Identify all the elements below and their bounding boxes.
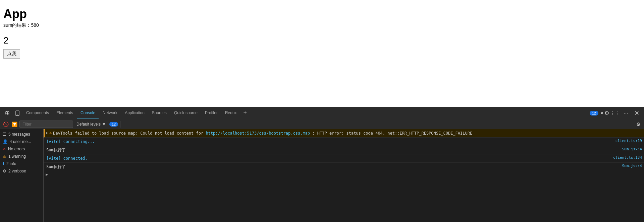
customize-icon[interactable]: ⋮⋮ [610, 108, 620, 118]
log-source[interactable]: Sum.jsx:4 [619, 147, 642, 151]
counter: 2 [3, 35, 641, 46]
devtools-panel: Components Elements Console Network Appl… [0, 107, 644, 222]
warn-triangle-icon: ⚠ [49, 130, 52, 135]
close-devtools-icon[interactable]: ✕ [632, 108, 641, 118]
clear-console-icon[interactable]: 🚫 [2, 121, 9, 128]
log-content: Sum执行了 [46, 164, 619, 170]
log-row: Sum执行了 Sum.jsx:4 [44, 163, 644, 171]
log-row: ▶ ⚠ DevTools failed to load source map: … [44, 129, 644, 138]
tab-network[interactable]: Network [99, 107, 121, 119]
filter-user-messages[interactable]: 👤 4 user me... [0, 138, 43, 145]
level-badge: 12 [109, 122, 118, 127]
gear-icon: ⚙ [3, 169, 6, 173]
notification-badge: 12 [590, 111, 598, 116]
tab-profiler[interactable]: Profiler [202, 107, 221, 119]
click-button[interactable]: 点我 [3, 49, 20, 59]
log-content: DevTools failed to load source map: Coul… [53, 130, 642, 136]
filter-warnings[interactable]: ⚠ 1 warning [0, 153, 43, 160]
expand-row[interactable]: ▶ [44, 171, 644, 178]
svg-point-1 [17, 115, 18, 115]
more-options-icon[interactable]: ··· [621, 108, 631, 118]
list-icon: ☰ [3, 132, 6, 137]
log-source[interactable]: Sum.jsx:4 [619, 164, 642, 168]
log-source[interactable]: client.ts:134 [610, 155, 642, 160]
log-content: [vite] connected. [46, 155, 610, 161]
log-row: [vite] connected. client.ts:134 [44, 154, 644, 163]
filter-icon[interactable]: 🔽 [11, 121, 18, 128]
log-row: Sum执行了 Sum.jsx:4 [44, 146, 644, 154]
person-icon: 👤 [3, 139, 8, 144]
topbar-right: 12 ⚙ ⋮⋮ ··· ✕ [590, 108, 641, 118]
toolbar-divider [120, 121, 120, 128]
filter-all-messages[interactable]: ☰ 5 messages [0, 131, 43, 138]
filter-info[interactable]: ℹ 2 info [0, 160, 43, 167]
filter-input[interactable] [19, 121, 73, 128]
expand-arrow[interactable]: ▶ [46, 131, 48, 135]
devtools-toolbar: 🚫 🔽 Default levels ▼ 12 ⚙ [0, 119, 644, 129]
log-content: [vite] connecting... [46, 139, 612, 145]
warning-icon: ⚠ [3, 154, 6, 159]
tab-quick-source[interactable]: Quick source [171, 107, 201, 119]
tab-application[interactable]: Application [121, 107, 148, 119]
level-selector[interactable]: Default levels ▼ [74, 121, 108, 127]
info-icon: ℹ [3, 161, 4, 166]
source-link[interactable]: http://localhost:5173/css/bootstrap.css.… [206, 131, 310, 136]
settings-icon[interactable]: ⚙ [600, 108, 609, 118]
tab-console[interactable]: Console [77, 107, 99, 119]
add-tab-button[interactable]: + [241, 107, 250, 119]
app-area: App sum的结果：580 2 点我 [0, 0, 644, 107]
filter-verbose[interactable]: ⚙ 2 verbose [0, 167, 43, 175]
message-sidebar: ☰ 5 messages 👤 4 user me... ✕ No errors … [0, 129, 44, 222]
log-content: Sum执行了 [46, 147, 619, 153]
sum-result: sum的结果：580 [3, 22, 641, 28]
tab-components[interactable]: Components [23, 107, 52, 119]
tab-elements[interactable]: Elements [53, 107, 76, 119]
tab-sources[interactable]: Sources [149, 107, 170, 119]
app-title: App [3, 7, 641, 21]
log-row: [vite] connecting... client.ts:19 [44, 138, 644, 146]
device-icon[interactable] [13, 108, 22, 118]
filter-errors[interactable]: ✕ No errors [0, 145, 43, 153]
console-log: ▶ ⚠ DevTools failed to load source map: … [44, 129, 644, 222]
inspect-icon[interactable] [3, 108, 12, 118]
console-settings-icon[interactable]: ⚙ [635, 121, 642, 128]
tab-redux[interactable]: Redux [222, 107, 240, 119]
error-icon: ✕ [3, 147, 6, 151]
log-source[interactable]: client.ts:19 [612, 139, 642, 143]
expand-icon: ▶ [46, 172, 48, 177]
console-messages: ☰ 5 messages 👤 4 user me... ✕ No errors … [0, 129, 644, 222]
devtools-tabbar: Components Elements Console Network Appl… [0, 107, 644, 119]
